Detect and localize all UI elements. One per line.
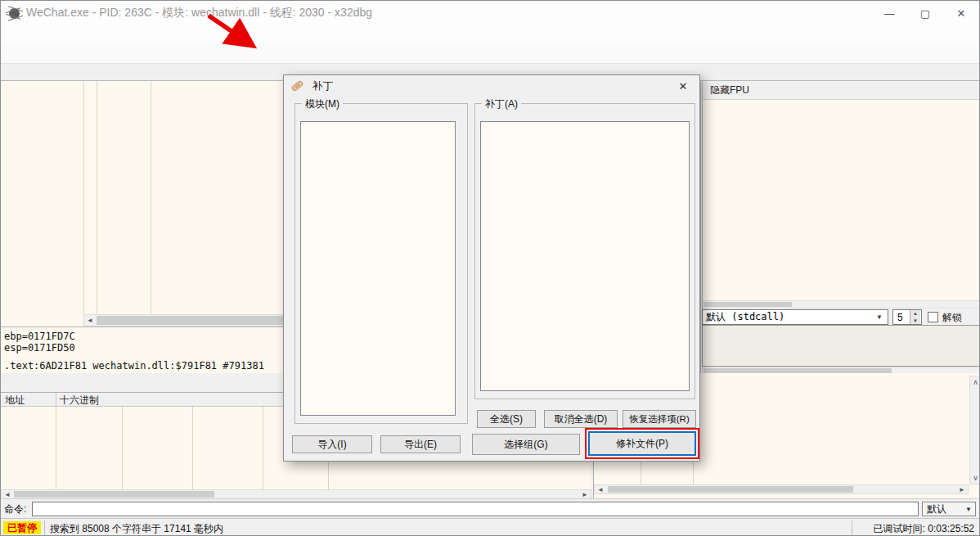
separator bbox=[83, 81, 84, 314]
minimize-button[interactable]: — bbox=[871, 1, 907, 25]
module-group-label: 模块(M) bbox=[302, 97, 343, 111]
patch-dialog-title: 补丁 bbox=[312, 79, 333, 93]
hide-fpu-button[interactable]: 隐藏FPU bbox=[703, 81, 980, 100]
separator bbox=[44, 520, 45, 535]
unlock-label: 解锁 bbox=[942, 311, 962, 325]
toolbar bbox=[1, 43, 979, 64]
maximize-button[interactable]: ▢ bbox=[907, 1, 943, 25]
title-bar: WeChat.exe - PID: 263C - 模块: wechatwin.d… bbox=[1, 1, 979, 25]
separator bbox=[122, 407, 123, 489]
window-controls: — ▢ ✕ bbox=[871, 1, 979, 25]
select-all-button[interactable]: 全选(S) bbox=[477, 410, 536, 428]
spin-down-icon[interactable]: ▼ bbox=[910, 318, 920, 325]
module-list[interactable] bbox=[300, 121, 456, 416]
chevron-down-icon: ▼ bbox=[873, 312, 886, 322]
command-bar: 命令: 默认 ▼ bbox=[1, 498, 979, 518]
spin-up-icon[interactable]: ▲ bbox=[910, 310, 920, 318]
command-profile-dropdown[interactable]: 默认 ▼ bbox=[922, 502, 976, 516]
info-location: .text:6AD21F81 wechatwin.dll:$791F81 #79… bbox=[4, 360, 264, 372]
import-button[interactable]: 导入(I) bbox=[292, 435, 372, 453]
separator bbox=[852, 520, 852, 535]
debug-time: 已调试时间: 0:03:25:52 bbox=[874, 522, 974, 536]
separator bbox=[97, 81, 97, 314]
convention-dropdown[interactable]: 默认 (stdcall) ▼ bbox=[702, 309, 888, 325]
x32dbg-window: WeChat.exe - PID: 263C - 模块: wechatwin.d… bbox=[0, 0, 980, 536]
window-title: WeChat.exe - PID: 263C - 模块: wechatwin.d… bbox=[26, 6, 372, 20]
command-input[interactable] bbox=[32, 502, 919, 516]
dialog-close-button[interactable]: ✕ bbox=[673, 78, 693, 94]
bug-icon bbox=[9, 8, 20, 19]
separator bbox=[151, 81, 151, 314]
registers-view[interactable]: 隐藏FPU bbox=[702, 81, 980, 325]
command-label: 命令: bbox=[4, 502, 26, 516]
chevron-down-icon: ▼ bbox=[965, 506, 972, 513]
patch-file-button[interactable]: 修补文件(P) bbox=[588, 431, 696, 456]
close-button[interactable]: ✕ bbox=[943, 1, 979, 25]
unlock-checkbox[interactable] bbox=[928, 312, 938, 322]
patch-dialog-title-bar[interactable]: 补丁 ✕ bbox=[284, 75, 699, 97]
dump-col-hex: 十六进制 bbox=[60, 394, 99, 408]
separator bbox=[263, 407, 263, 489]
deselect-all-button[interactable]: 取消全选(D) bbox=[544, 410, 618, 428]
status-bar: 已暂停 搜索到 85008 个字符串于 17141 毫秒内 已调试时间: 0:0… bbox=[1, 518, 979, 536]
stack-hscrollbar[interactable]: ◄ ► bbox=[594, 484, 969, 494]
stack-vscrollbar[interactable]: ∧ ∨ bbox=[969, 376, 980, 484]
separator bbox=[56, 393, 56, 406]
arguments-view[interactable] bbox=[702, 325, 980, 367]
pick-groups-button[interactable]: 选择组(G) bbox=[472, 434, 580, 455]
info-ebp: ebp=0171FD7C bbox=[4, 331, 75, 342]
patch-group-label: 补丁(A) bbox=[482, 97, 521, 111]
export-button[interactable]: 导出(E) bbox=[380, 435, 461, 453]
patch-dialog: 补丁 ✕ 模块(M) 补丁(A) 全选(S) 取消全选(D) 恢复选择项(R) … bbox=[283, 74, 700, 462]
calling-convention-bar: 默认 (stdcall) ▼ 5 ▲▼ 解锁 bbox=[702, 309, 980, 325]
dump-col-address: 地址 bbox=[5, 394, 25, 408]
info-esp: esp=0171FD50 bbox=[4, 342, 75, 354]
restore-selected-button[interactable]: 恢复选择项(R) bbox=[623, 410, 696, 428]
menu-bar bbox=[1, 25, 979, 43]
registers-hscrollbar[interactable] bbox=[703, 300, 980, 309]
paused-badge: 已暂停 bbox=[3, 521, 41, 534]
patch-list[interactable] bbox=[480, 121, 690, 391]
status-message: 搜索到 85008 个字符串于 17141 毫秒内 bbox=[50, 522, 223, 536]
separator bbox=[192, 407, 193, 489]
separator bbox=[56, 407, 56, 489]
argument-count-stepper[interactable]: 5 ▲▼ bbox=[892, 309, 922, 325]
bandaid-icon bbox=[290, 79, 303, 92]
annotation-red-box: 修补文件(P) bbox=[585, 428, 699, 459]
